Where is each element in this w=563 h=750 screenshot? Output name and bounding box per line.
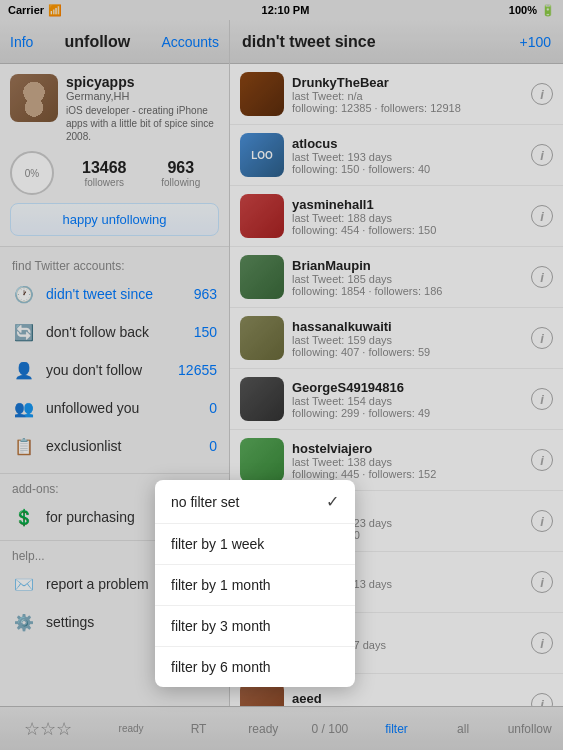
filter-no-filter-label: no filter set [171, 494, 239, 510]
filter-dropdown: no filter set ✓ filter by 1 week filter … [155, 480, 355, 687]
dropdown-overlay[interactable]: no filter set ✓ filter by 1 week filter … [0, 0, 563, 750]
filter-option-3month[interactable]: filter by 3 month [155, 606, 355, 647]
checkmark-icon: ✓ [326, 492, 339, 511]
filter-option-no-filter[interactable]: no filter set ✓ [155, 480, 355, 524]
filter-1week-label: filter by 1 week [171, 536, 264, 552]
filter-3month-label: filter by 3 month [171, 618, 271, 634]
filter-1month-label: filter by 1 month [171, 577, 271, 593]
filter-option-6month[interactable]: filter by 6 month [155, 647, 355, 687]
filter-6month-label: filter by 6 month [171, 659, 271, 675]
filter-option-1month[interactable]: filter by 1 month [155, 565, 355, 606]
filter-option-1week[interactable]: filter by 1 week [155, 524, 355, 565]
